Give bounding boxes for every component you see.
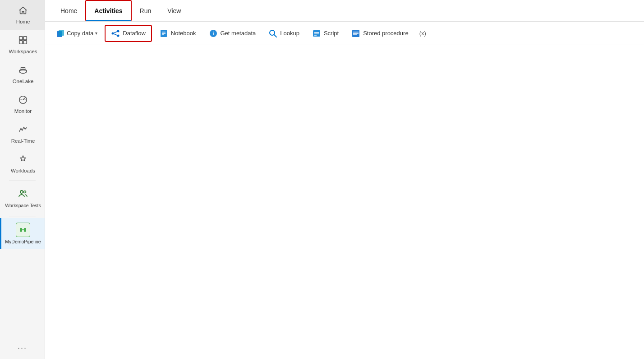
script-label: Script <box>324 30 339 37</box>
dataflow-button[interactable]: Dataflow <box>105 25 152 42</box>
svg-rect-10 <box>20 228 22 232</box>
sidebar-item-workloads[interactable]: Workloads <box>0 149 45 179</box>
svg-rect-14 <box>59 30 64 36</box>
svg-rect-0 <box>19 37 23 40</box>
notebook-button[interactable]: Notebook <box>154 25 202 42</box>
sidebar-item-home[interactable]: Home <box>0 0 45 30</box>
svg-point-8 <box>20 191 23 193</box>
sidebar-item-realtime[interactable]: Real-Time <box>0 119 45 149</box>
svg-rect-3 <box>23 41 27 44</box>
svg-rect-11 <box>24 228 26 232</box>
sidebar-item-workloads-label: Workloads <box>11 168 35 173</box>
sidebar-item-realtime-label: Real-Time <box>11 138 35 144</box>
pipeline-label: MyDemoPipeline <box>5 239 41 245</box>
home-icon <box>18 5 28 17</box>
copy-data-icon <box>56 29 65 38</box>
get-metadata-label: Get metadata <box>221 30 256 37</box>
script-button[interactable]: Script <box>307 25 344 42</box>
svg-line-27 <box>274 35 276 37</box>
dataflow-icon <box>111 29 120 38</box>
top-nav: Home Activities Run View <box>45 0 644 22</box>
svg-point-16 <box>117 30 120 32</box>
copy-data-button[interactable]: Copy data ▾ <box>51 25 103 42</box>
sidebar-item-workspaces[interactable]: Workspaces <box>0 30 45 60</box>
more-activities-indicator: (x) <box>416 30 430 37</box>
workspaces-icon <box>18 35 28 47</box>
pipeline-icon <box>16 223 30 237</box>
stored-procedure-icon <box>351 29 360 38</box>
sidebar-divider-1 <box>9 181 36 181</box>
svg-point-9 <box>24 191 26 193</box>
sidebar-item-onelake[interactable]: OneLake <box>0 60 45 89</box>
tab-home[interactable]: Home <box>52 0 85 21</box>
pipeline-canvas[interactable] <box>45 45 644 359</box>
workloads-icon <box>18 154 28 166</box>
lookup-button[interactable]: Lookup <box>263 25 305 42</box>
get-metadata-icon: i <box>209 29 218 38</box>
onelake-icon <box>18 65 28 77</box>
stored-procedure-label: Stored procedure <box>363 30 408 37</box>
sidebar-item-onelake-label: OneLake <box>13 79 34 84</box>
sidebar-item-monitor[interactable]: Monitor <box>0 89 45 119</box>
sidebar-pipeline-item[interactable]: MyDemoPipeline <box>0 218 45 249</box>
svg-line-19 <box>114 34 117 35</box>
copy-data-dropdown-arrow: ▾ <box>95 31 97 36</box>
sidebar-item-workspace-tests-label: Workspace Tests <box>5 203 41 209</box>
svg-rect-2 <box>19 41 23 44</box>
sidebar-more-button[interactable]: ··· <box>11 337 33 359</box>
realtime-icon <box>18 125 28 136</box>
dataflow-label: Dataflow <box>123 30 146 37</box>
tab-activities[interactable]: Activities <box>85 0 131 21</box>
sidebar-item-monitor-label: Monitor <box>14 108 32 114</box>
svg-text:i: i <box>212 31 214 36</box>
svg-rect-1 <box>23 37 27 40</box>
svg-line-18 <box>114 32 117 33</box>
get-metadata-button[interactable]: i Get metadata <box>203 25 262 42</box>
lookup-label: Lookup <box>280 30 299 37</box>
notebook-icon <box>159 29 168 38</box>
svg-line-6 <box>23 98 26 100</box>
sidebar-divider-2 <box>9 216 36 216</box>
workspace-tests-icon <box>18 188 28 201</box>
svg-rect-28 <box>313 30 320 37</box>
svg-point-15 <box>112 32 114 34</box>
main-content: Home Activities Run View Copy data ▾ <box>45 0 644 359</box>
sidebar-item-home-label: Home <box>16 19 30 24</box>
notebook-label: Notebook <box>171 30 196 37</box>
tab-view[interactable]: View <box>159 0 189 21</box>
copy-data-label: Copy data <box>67 30 93 37</box>
lookup-icon <box>268 29 277 38</box>
sidebar: Home Workspaces OneLake <box>0 0 45 359</box>
sidebar-item-workspaces-label: Workspaces <box>9 49 37 54</box>
stored-procedure-button[interactable]: Stored procedure <box>346 25 414 42</box>
sidebar-item-workspace-tests[interactable]: Workspace Tests <box>0 183 45 214</box>
tab-run[interactable]: Run <box>132 0 160 21</box>
sidebar-bottom: ··· <box>0 337 45 359</box>
activities-bar: Copy data ▾ Dataflow <box>45 22 644 45</box>
monitor-icon <box>18 95 28 107</box>
svg-point-17 <box>117 34 120 37</box>
script-icon <box>312 29 321 38</box>
